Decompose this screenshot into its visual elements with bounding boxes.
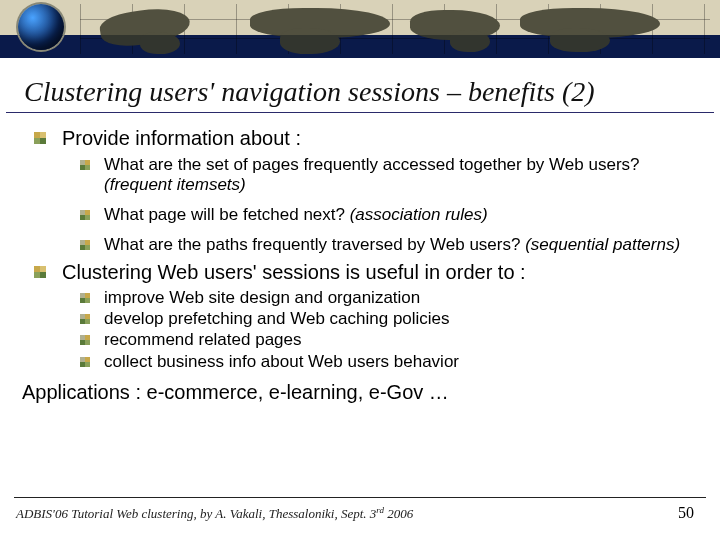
bullet-text: What are the set of pages frequently acc… [104,155,698,195]
subbullet-recommend: recommend related pages [80,330,698,350]
square-bullet-icon [34,266,52,280]
bullet-text: Clustering Web users' sessions is useful… [62,261,526,285]
subbullet-sequential-patterns: What are the paths frequently traversed … [80,235,698,255]
slide-body: Provide information about : What are the… [0,113,720,372]
slide-title: Clustering users' navigation sessions – … [6,58,714,113]
footer-divider [14,497,706,498]
world-map-decoration [80,4,710,54]
globe-icon [18,4,64,50]
footer-citation: ADBIS'06 Tutorial Web clustering, by A. … [16,505,413,522]
bullet-text: Provide information about : [62,127,301,151]
header-banner [0,0,720,58]
bullet-text: develop prefetching and Web caching poli… [104,309,450,329]
square-bullet-icon [80,210,94,222]
bullet-text: improve Web site design and organization [104,288,420,308]
applications-line: Applications : e-commerce, e-learning, e… [0,373,720,404]
bullet-text: What page will be fetched next? (associa… [104,205,488,225]
bullet-text: recommend related pages [104,330,302,350]
square-bullet-icon [80,314,94,326]
page-number: 50 [678,504,694,522]
subbullet-business-info: collect business info about Web users be… [80,352,698,372]
square-bullet-icon [80,160,94,172]
subbullet-frequent-itemsets: What are the set of pages frequently acc… [80,155,698,195]
square-bullet-icon [80,240,94,252]
bullet-provide-info: Provide information about : [34,127,698,151]
bullet-text: What are the paths frequently traversed … [104,235,680,255]
square-bullet-icon [34,132,52,146]
subbullet-prefetching: develop prefetching and Web caching poli… [80,309,698,329]
square-bullet-icon [80,357,94,369]
bullet-text: collect business info about Web users be… [104,352,459,372]
bullet-clustering-useful: Clustering Web users' sessions is useful… [34,261,698,285]
square-bullet-icon [80,335,94,347]
subbullet-improve-design: improve Web site design and organization [80,288,698,308]
square-bullet-icon [80,293,94,305]
subbullet-association-rules: What page will be fetched next? (associa… [80,205,698,225]
